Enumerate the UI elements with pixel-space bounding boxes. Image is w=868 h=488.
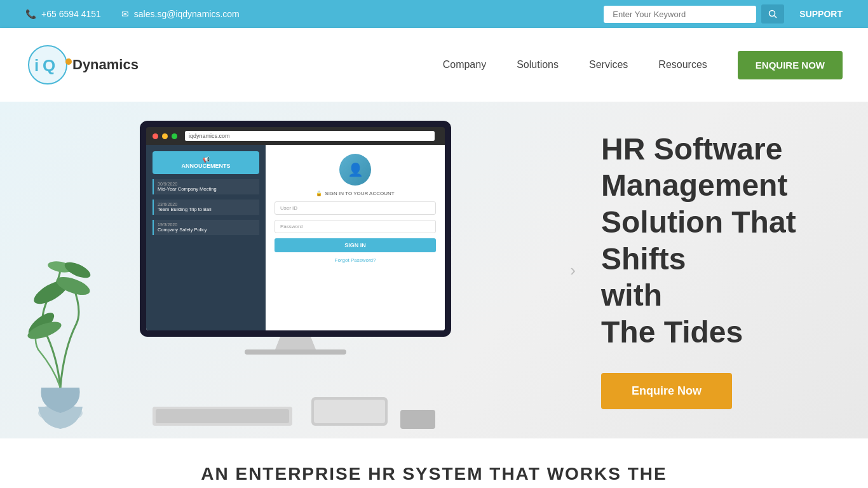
hero-section: iqdynamics.com 📢 ANNOUCEMENTS 30/9/2020 … <box>0 102 868 438</box>
hero-text-content: HR Software Management Solution That Shi… <box>588 131 868 410</box>
announcements-header: 📢 ANNOUCEMENTS <box>153 151 259 174</box>
hero-enquire-button[interactable]: Enquire Now <box>601 373 732 409</box>
carousel-next-arrow[interactable]: › <box>570 261 576 280</box>
svg-rect-15 <box>156 409 289 423</box>
url-bar: iqdynamics.com <box>185 131 435 141</box>
dot-red <box>153 133 158 139</box>
bottom-teaser-title: AN ENTERPRISE HR SYSTEM THAT WORKS THE <box>25 464 843 484</box>
announce-1: 30/9/2020 Mid-Year Company Meeting <box>153 179 259 194</box>
email-icon: ✉ <box>121 9 129 19</box>
forgot-password-link[interactable]: Forgot Password? <box>335 257 376 263</box>
signin-header: 🔒 SIGN IN TO YOUR ACCOUNT <box>316 191 394 196</box>
support-link[interactable]: SUPPORT <box>799 9 843 19</box>
monitor-stand <box>270 337 321 349</box>
userid-field: User ID <box>275 201 436 215</box>
monitor-unit: iqdynamics.com 📢 ANNOUCEMENTS 30/9/2020 … <box>140 121 451 355</box>
svg-text:i: i <box>34 56 39 75</box>
screen-right-panel: 👤 🔒 SIGN IN TO YOUR ACCOUNT User ID Pass… <box>266 145 445 330</box>
user-avatar: 👤 <box>339 154 371 186</box>
monitor-screen-area: iqdynamics.com 📢 ANNOUCEMENTS 30/9/2020 … <box>140 121 451 337</box>
dot-green <box>172 133 177 139</box>
search-input[interactable] <box>604 6 756 23</box>
nav-company[interactable]: Company <box>443 59 486 71</box>
desk-area <box>83 394 588 432</box>
browser-bar: iqdynamics.com <box>146 127 445 145</box>
svg-point-0 <box>770 11 775 17</box>
screen-left-panel: 📢 ANNOUCEMENTS 30/9/2020 Mid-Year Compan… <box>146 145 266 330</box>
signin-button[interactable]: SIGN IN <box>275 238 436 252</box>
topbar-right: SUPPORT <box>604 4 843 24</box>
desk-items-svg <box>83 394 451 432</box>
svg-line-1 <box>775 16 777 18</box>
monitor-base <box>245 349 346 355</box>
nav-services[interactable]: Services <box>589 59 628 71</box>
enquire-now-button[interactable]: ENQUIRE NOW <box>738 51 843 79</box>
announce-3: 19/3/2020 Company Safety Policy <box>153 220 259 235</box>
search-button[interactable] <box>761 4 784 24</box>
svg-point-6 <box>65 58 72 65</box>
search-icon <box>768 10 777 18</box>
nav-resources[interactable]: Resources <box>658 59 707 71</box>
topbar: 📞 +65 6594 4151 ✉ sales.sg@iqdynamics.co… <box>0 0 868 28</box>
svg-text:Q: Q <box>43 56 55 75</box>
announce-2: 23/6/2020 Team Building Trip to Bali <box>153 200 259 215</box>
hero-image: iqdynamics.com 📢 ANNOUCEMENTS 30/9/2020 … <box>0 102 588 438</box>
bottom-teaser: AN ENTERPRISE HR SYSTEM THAT WORKS THE <box>0 438 868 488</box>
logo[interactable]: i Q Dynamics <box>25 43 165 87</box>
phone-number: +65 6594 4151 <box>41 9 101 19</box>
nav-links: Company Solutions Services Resources ENQ… <box>443 51 843 79</box>
nav-solutions[interactable]: Solutions <box>517 59 559 71</box>
phone-link[interactable]: 📞 +65 6594 4151 <box>25 9 101 19</box>
hero-title: HR Software Management Solution That Shi… <box>601 131 830 351</box>
password-field: Password <box>275 220 436 233</box>
announcements-icon: 📢 <box>203 156 210 163</box>
topbar-contact: 📞 +65 6594 4151 ✉ sales.sg@iqdynamics.co… <box>25 9 240 19</box>
email-link[interactable]: ✉ sales.sg@iqdynamics.com <box>121 9 240 19</box>
svg-rect-17 <box>314 400 385 423</box>
navbar: i Q Dynamics Company Solutions Services … <box>0 28 868 102</box>
dot-yellow <box>162 133 168 139</box>
svg-rect-18 <box>400 410 435 429</box>
email-address: sales.sg@iqdynamics.com <box>134 9 240 19</box>
screen-content: 📢 ANNOUCEMENTS 30/9/2020 Mid-Year Compan… <box>146 145 445 330</box>
phone-icon: 📞 <box>25 9 36 19</box>
url-text: iqdynamics.com <box>189 133 230 139</box>
svg-text:Dynamics: Dynamics <box>72 57 139 72</box>
logo-svg: i Q Dynamics <box>25 43 165 87</box>
